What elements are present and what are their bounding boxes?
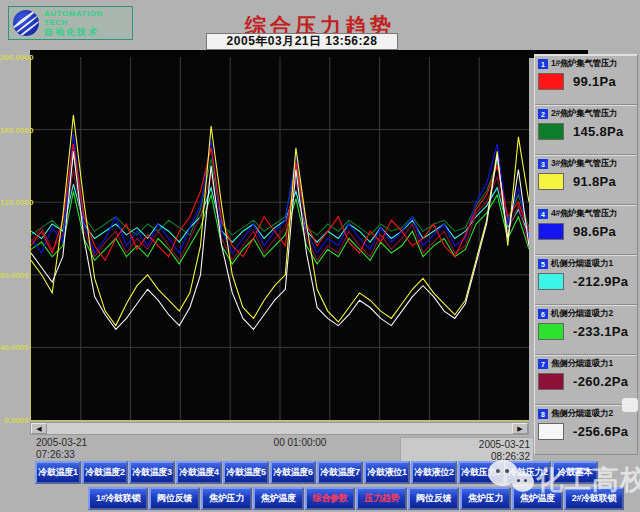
- legend-current-value: 99.1Pa: [573, 74, 616, 89]
- legend-number-badge: 1: [538, 59, 548, 69]
- nav-button-r2-1[interactable]: 1#冷鼓联锁: [88, 487, 148, 510]
- x-start-date: 2005-03-21: [36, 437, 87, 449]
- nav-button-r1-9[interactable]: 冷鼓液位2: [411, 461, 457, 484]
- legend-tag-label: 焦侧分烟道吸力1: [551, 358, 613, 370]
- datetime-display: 2005年03月21日 13:56:28: [206, 33, 398, 50]
- legend-current-value: -212.9Pa: [573, 274, 628, 289]
- y-axis-tick-label: 40.0000: [0, 343, 29, 352]
- y-axis-tick-label: 120.0000: [0, 198, 29, 207]
- nav-button-r2-5[interactable]: 综合参数: [305, 487, 356, 510]
- y-axis-tick-label: 80.0000: [0, 271, 29, 280]
- nav-button-r2-4[interactable]: 焦炉温度: [253, 487, 304, 510]
- vendor-logo: AUTOMATION TECH 自动化技术: [8, 6, 133, 40]
- legend-tag-label: 机侧分烟道吸力1: [551, 258, 613, 270]
- nav-button-r1-2[interactable]: 冷鼓温度2: [82, 461, 128, 484]
- trend-chart: [31, 57, 529, 420]
- nav-button-r1-1[interactable]: 冷鼓温度1: [35, 461, 81, 484]
- nav-button-r1-11[interactable]: 冷鼓压力2: [505, 461, 551, 484]
- legend-item-7: 7焦侧分烟道吸力1-260.2Pa: [535, 355, 637, 405]
- nav-button-r2-10[interactable]: 2#冷鼓联锁: [564, 487, 624, 510]
- nav-button-r2-8[interactable]: 焦炉压力: [460, 487, 511, 510]
- vendor-name-line1: AUTOMATION TECH: [44, 9, 128, 27]
- legend-number-badge: 7: [538, 359, 548, 369]
- legend-tag-label: 3#焦炉集气管压力: [551, 158, 617, 170]
- nav-button-row-1: 冷鼓温度1冷鼓温度2冷鼓温度3冷鼓温度4冷鼓温度5冷鼓温度6冷鼓温度7冷鼓液位1…: [35, 461, 598, 484]
- nav-button-r2-6[interactable]: 压力趋势: [356, 487, 407, 510]
- legend-tag-label: 4#焦炉集气管压力: [551, 208, 617, 220]
- legend-color-swatch: [538, 173, 564, 190]
- legend-number-badge: 5: [538, 259, 548, 269]
- nav-button-r1-10[interactable]: 冷鼓压力1: [458, 461, 504, 484]
- legend-item-8: 8焦侧分烟道吸力2-256.6Pa: [535, 405, 637, 454]
- legend-tag-label: 机侧分烟道吸力2: [551, 308, 613, 320]
- hmi-window: AUTOMATION TECH 自动化技术 综合压力趋势 2005年03月21日…: [0, 0, 640, 512]
- x-axis-start-label: 2005-03-21 07:26:33: [36, 437, 87, 461]
- legend-number-badge: 4: [538, 209, 548, 219]
- trend-plot-area: [30, 57, 529, 421]
- nav-button-r2-2[interactable]: 阀位反馈: [149, 487, 200, 510]
- vendor-logo-text: AUTOMATION TECH 自动化技术: [44, 9, 128, 38]
- globe-logo-icon: [13, 10, 39, 36]
- scroll-left-arrow-icon[interactable]: ◀: [31, 423, 47, 434]
- legend-current-value: 91.8Pa: [573, 174, 616, 189]
- nav-button-r1-3[interactable]: 冷鼓温度3: [129, 461, 175, 484]
- legend-item-1: 11#焦炉集气管压力99.1Pa: [535, 55, 637, 105]
- legend-item-4: 44#焦炉集气管压力98.6Pa: [535, 205, 637, 255]
- nav-button-r1-4[interactable]: 冷鼓温度4: [176, 461, 222, 484]
- nav-button-r1-8[interactable]: 冷鼓液位1: [364, 461, 410, 484]
- legend-item-3: 33#焦炉集气管压力91.8Pa: [535, 155, 637, 205]
- legend-tag-label: 1#焦炉集气管压力: [551, 58, 617, 70]
- nav-button-r1-7[interactable]: 冷鼓温度7: [317, 461, 363, 484]
- legend-item-6: 6机侧分烟道吸力2-233.1Pa: [535, 305, 637, 355]
- legend-current-value: 145.8Pa: [573, 124, 624, 139]
- x-axis-span-label: 00 01:00:00: [240, 437, 360, 449]
- legend-number-badge: 6: [538, 309, 548, 319]
- legend-current-value: -233.1Pa: [573, 324, 628, 339]
- legend-tag-label: 2#焦炉集气管压力: [551, 108, 617, 120]
- legend-tag-label: 焦侧分烟道吸力2: [551, 408, 613, 420]
- legend-color-swatch: [538, 323, 564, 340]
- nav-button-row-2: 1#冷鼓联锁阀位反馈焦炉压力焦炉温度综合参数压力趋势阀位反馈焦炉压力焦炉温度2#…: [88, 487, 624, 510]
- trend-legend-panel: 11#焦炉集气管压力99.1Pa22#焦炉集气管压力145.8Pa33#焦炉集气…: [534, 54, 638, 455]
- vendor-name-line2: 自动化技术: [44, 27, 128, 37]
- legend-color-swatch: [538, 373, 564, 390]
- legend-number-badge: 8: [538, 409, 548, 419]
- nav-button-r1-5[interactable]: 冷鼓温度5: [223, 461, 269, 484]
- legend-current-value: -260.2Pa: [573, 374, 628, 389]
- legend-color-swatch: [538, 423, 564, 440]
- legend-number-badge: 3: [538, 159, 548, 169]
- nav-button-r2-7[interactable]: 阀位反馈: [408, 487, 459, 510]
- y-axis-tick-label: 0.0000: [0, 416, 29, 425]
- x-start-time: 07:26:33: [36, 449, 87, 461]
- nav-button-r1-12[interactable]: 冷鼓基本: [552, 461, 598, 484]
- legend-item-2: 22#焦炉集气管压力145.8Pa: [535, 105, 637, 155]
- legend-item-5: 5机侧分烟道吸力1-212.9Pa: [535, 255, 637, 305]
- legend-color-swatch: [538, 123, 564, 140]
- nav-button-r2-9[interactable]: 焦炉温度: [512, 487, 563, 510]
- watermark-bubble: [622, 398, 638, 412]
- nav-button-r1-6[interactable]: 冷鼓温度6: [270, 461, 316, 484]
- y-axis-tick-label: 200.0000: [0, 53, 29, 62]
- legend-color-swatch: [538, 73, 564, 90]
- legend-color-swatch: [538, 273, 564, 290]
- legend-current-value: -256.6Pa: [573, 424, 628, 439]
- legend-number-badge: 2: [538, 109, 548, 119]
- nav-button-r2-3[interactable]: 焦炉压力: [201, 487, 252, 510]
- x-end-date: 2005-03-21: [404, 439, 530, 451]
- y-axis-tick-label: 160.0000: [0, 126, 29, 135]
- legend-current-value: 98.6Pa: [573, 224, 616, 239]
- scroll-right-arrow-icon[interactable]: ▶: [512, 423, 528, 434]
- time-scrollbar[interactable]: ◀ ▶: [30, 422, 529, 435]
- legend-color-swatch: [538, 223, 564, 240]
